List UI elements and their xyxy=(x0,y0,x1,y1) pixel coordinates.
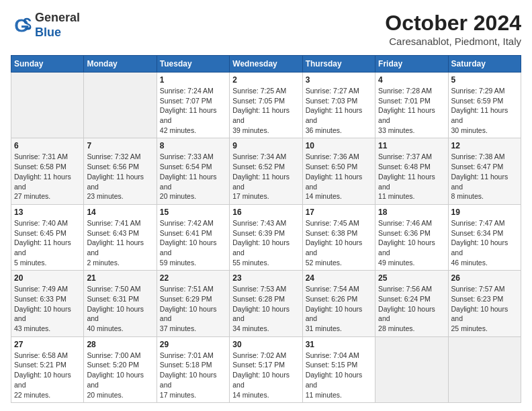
day-cell: 17Sunrise: 7:45 AMSunset: 6:38 PMDayligh… xyxy=(302,204,375,270)
day-cell xyxy=(84,73,157,138)
day-number: 9 xyxy=(232,141,299,150)
day-info: Sunrise: 7:31 AMSunset: 6:58 PMDaylight:… xyxy=(14,152,81,201)
day-number: 2 xyxy=(232,75,299,85)
day-info: Sunrise: 7:27 AMSunset: 7:03 PMDaylight:… xyxy=(306,86,372,135)
day-info: Sunrise: 7:50 AMSunset: 6:31 PMDaylight:… xyxy=(87,284,153,333)
day-info: Sunrise: 7:25 AMSunset: 7:05 PMDaylight:… xyxy=(232,86,299,135)
day-info: Sunrise: 7:38 AMSunset: 6:47 PMDaylight:… xyxy=(451,152,518,201)
day-info: Sunrise: 7:04 AMSunset: 5:15 PMDaylight:… xyxy=(306,351,372,400)
day-info: Sunrise: 7:43 AMSunset: 6:39 PMDaylight:… xyxy=(232,218,299,267)
day-number: 10 xyxy=(306,141,372,150)
day-cell: 11Sunrise: 7:37 AMSunset: 6:48 PMDayligh… xyxy=(375,138,448,204)
day-number: 23 xyxy=(232,273,299,283)
day-info: Sunrise: 7:46 AMSunset: 6:36 PMDaylight:… xyxy=(378,218,445,267)
col-header-friday: Friday xyxy=(375,56,448,73)
logo-general: General xyxy=(35,11,80,26)
logo-blue: Blue xyxy=(35,26,80,40)
day-number: 7 xyxy=(87,141,153,150)
day-info: Sunrise: 7:32 AMSunset: 6:56 PMDaylight:… xyxy=(87,152,153,201)
day-cell xyxy=(375,336,448,402)
page-header: General Blue October 2024 Caresanablot, … xyxy=(11,11,521,47)
day-cell: 26Sunrise: 7:57 AMSunset: 6:23 PMDayligh… xyxy=(448,271,521,336)
day-cell: 24Sunrise: 7:54 AMSunset: 6:26 PMDayligh… xyxy=(302,271,375,336)
day-info: Sunrise: 7:56 AMSunset: 6:24 PMDaylight:… xyxy=(378,284,445,333)
day-info: Sunrise: 7:51 AMSunset: 6:29 PMDaylight:… xyxy=(160,284,226,333)
day-cell xyxy=(448,336,521,402)
day-cell: 19Sunrise: 7:47 AMSunset: 6:34 PMDayligh… xyxy=(448,204,521,270)
title-block: October 2024 Caresanablot, Piedmont, Ita… xyxy=(385,11,521,47)
day-info: Sunrise: 7:24 AMSunset: 7:07 PMDaylight:… xyxy=(160,86,226,135)
day-cell: 12Sunrise: 7:38 AMSunset: 6:47 PMDayligh… xyxy=(448,138,521,204)
day-number: 13 xyxy=(14,208,81,217)
week-row-2: 6Sunrise: 7:31 AMSunset: 6:58 PMDaylight… xyxy=(11,138,521,204)
day-info: Sunrise: 7:36 AMSunset: 6:50 PMDaylight:… xyxy=(306,152,372,201)
day-cell: 16Sunrise: 7:43 AMSunset: 6:39 PMDayligh… xyxy=(230,204,302,270)
calendar-body: 1Sunrise: 7:24 AMSunset: 7:07 PMDaylight… xyxy=(11,73,521,403)
day-number: 5 xyxy=(451,75,518,85)
day-number: 31 xyxy=(306,340,372,349)
day-cell: 6Sunrise: 7:31 AMSunset: 6:58 PMDaylight… xyxy=(11,138,84,204)
day-cell: 21Sunrise: 7:50 AMSunset: 6:31 PMDayligh… xyxy=(84,271,157,336)
day-number: 25 xyxy=(378,273,445,283)
day-info: Sunrise: 7:00 AMSunset: 5:20 PMDaylight:… xyxy=(87,351,153,400)
location: Caresanablot, Piedmont, Italy xyxy=(385,36,521,47)
day-number: 1 xyxy=(160,75,226,85)
col-header-sunday: Sunday xyxy=(11,56,84,73)
day-info: Sunrise: 6:58 AMSunset: 5:21 PMDaylight:… xyxy=(14,351,81,400)
col-header-saturday: Saturday xyxy=(448,56,521,73)
day-info: Sunrise: 7:28 AMSunset: 7:01 PMDaylight:… xyxy=(378,86,445,135)
day-info: Sunrise: 7:33 AMSunset: 6:54 PMDaylight:… xyxy=(160,152,226,201)
day-cell: 3Sunrise: 7:27 AMSunset: 7:03 PMDaylight… xyxy=(302,73,375,138)
day-number: 4 xyxy=(378,75,445,85)
day-info: Sunrise: 7:54 AMSunset: 6:26 PMDaylight:… xyxy=(306,284,372,333)
day-info: Sunrise: 7:42 AMSunset: 6:41 PMDaylight:… xyxy=(160,218,226,267)
day-cell: 7Sunrise: 7:32 AMSunset: 6:56 PMDaylight… xyxy=(84,138,157,204)
day-cell: 29Sunrise: 7:01 AMSunset: 5:18 PMDayligh… xyxy=(157,336,229,402)
day-number: 16 xyxy=(232,208,299,217)
day-cell: 2Sunrise: 7:25 AMSunset: 7:05 PMDaylight… xyxy=(230,73,302,138)
day-cell: 15Sunrise: 7:42 AMSunset: 6:41 PMDayligh… xyxy=(157,204,229,270)
day-number: 24 xyxy=(306,273,372,283)
day-info: Sunrise: 7:53 AMSunset: 6:28 PMDaylight:… xyxy=(232,284,299,333)
week-row-3: 13Sunrise: 7:40 AMSunset: 6:45 PMDayligh… xyxy=(11,204,521,270)
day-cell: 20Sunrise: 7:49 AMSunset: 6:33 PMDayligh… xyxy=(11,271,84,336)
col-header-monday: Monday xyxy=(84,56,157,73)
day-cell: 18Sunrise: 7:46 AMSunset: 6:36 PMDayligh… xyxy=(375,204,448,270)
logo-icon xyxy=(11,15,32,36)
day-info: Sunrise: 7:34 AMSunset: 6:52 PMDaylight:… xyxy=(232,152,299,201)
day-cell: 31Sunrise: 7:04 AMSunset: 5:15 PMDayligh… xyxy=(302,336,375,402)
day-number: 21 xyxy=(87,273,153,283)
day-cell: 30Sunrise: 7:02 AMSunset: 5:17 PMDayligh… xyxy=(230,336,302,402)
logo: General Blue xyxy=(11,11,80,40)
day-number: 14 xyxy=(87,208,153,217)
day-number: 6 xyxy=(14,141,81,150)
col-header-tuesday: Tuesday xyxy=(157,56,229,73)
day-number: 11 xyxy=(378,141,445,150)
day-number: 29 xyxy=(160,340,226,349)
day-info: Sunrise: 7:29 AMSunset: 6:59 PMDaylight:… xyxy=(451,86,518,135)
day-cell: 22Sunrise: 7:51 AMSunset: 6:29 PMDayligh… xyxy=(157,271,229,336)
day-number: 28 xyxy=(87,340,153,349)
week-row-4: 20Sunrise: 7:49 AMSunset: 6:33 PMDayligh… xyxy=(11,271,521,336)
day-number: 27 xyxy=(14,340,81,349)
day-cell: 25Sunrise: 7:56 AMSunset: 6:24 PMDayligh… xyxy=(375,271,448,336)
day-info: Sunrise: 7:41 AMSunset: 6:43 PMDaylight:… xyxy=(87,218,153,267)
day-cell xyxy=(11,73,84,138)
col-header-wednesday: Wednesday xyxy=(230,56,302,73)
day-info: Sunrise: 7:57 AMSunset: 6:23 PMDaylight:… xyxy=(451,284,518,333)
logo-text: General Blue xyxy=(35,11,80,40)
day-cell: 27Sunrise: 6:58 AMSunset: 5:21 PMDayligh… xyxy=(11,336,84,402)
day-info: Sunrise: 7:02 AMSunset: 5:17 PMDaylight:… xyxy=(232,351,299,400)
day-cell: 9Sunrise: 7:34 AMSunset: 6:52 PMDaylight… xyxy=(230,138,302,204)
day-info: Sunrise: 7:37 AMSunset: 6:48 PMDaylight:… xyxy=(378,152,445,201)
day-cell: 8Sunrise: 7:33 AMSunset: 6:54 PMDaylight… xyxy=(157,138,229,204)
day-number: 30 xyxy=(232,340,299,349)
week-row-1: 1Sunrise: 7:24 AMSunset: 7:07 PMDaylight… xyxy=(11,73,521,138)
day-number: 19 xyxy=(451,208,518,217)
day-info: Sunrise: 7:45 AMSunset: 6:38 PMDaylight:… xyxy=(306,218,372,267)
day-number: 26 xyxy=(451,273,518,283)
day-number: 18 xyxy=(378,208,445,217)
day-info: Sunrise: 7:01 AMSunset: 5:18 PMDaylight:… xyxy=(160,351,226,400)
day-number: 3 xyxy=(306,75,372,85)
week-row-5: 27Sunrise: 6:58 AMSunset: 5:21 PMDayligh… xyxy=(11,336,521,402)
